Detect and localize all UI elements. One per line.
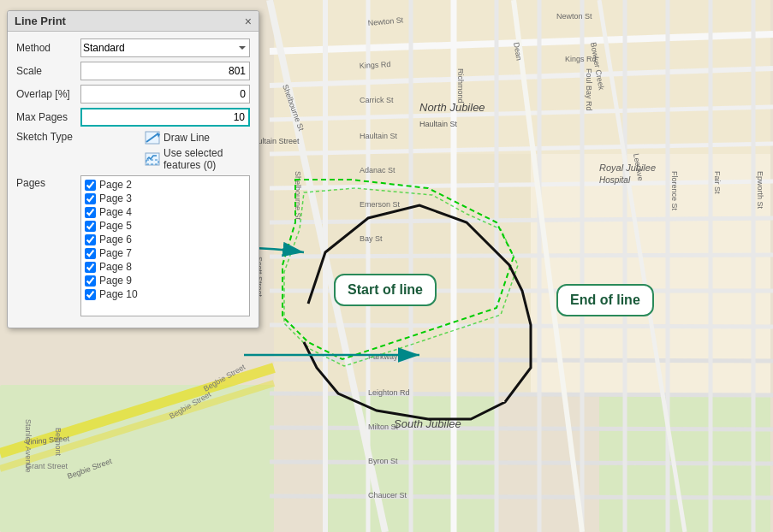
draw-line-label: Draw Line [164,132,210,144]
pages-list-wrapper: Page 2Page 3Page 4Page 5Page 6Page 7Page… [80,175,250,316]
page-label: Page 7 [99,247,132,259]
svg-line-23 [270,462,773,464]
pages-label: Pages [16,175,80,189]
svg-text:Byron St: Byron St [368,457,398,465]
panel-header: Line Print × [8,11,259,32]
page-label: Page 6 [99,233,132,245]
overlap-row: Overlap [%] [16,85,250,103]
sketchtype-row: Sketch Type Draw Line [16,131,250,171]
page-checkbox[interactable] [85,289,96,300]
page-label: Page 9 [99,275,132,287]
maxpages-label: Max Pages [16,111,80,123]
svg-text:Richmond: Richmond [456,68,465,103]
svg-text:Hospital: Hospital [599,175,631,185]
page-label: Page 3 [99,192,132,204]
callout-end-of-line: End of line [556,284,654,316]
sketch-options: Draw Line Use selected features (0) [145,131,250,171]
use-selected-icon [145,152,160,166]
svg-text:Newton St: Newton St [556,12,592,21]
method-select[interactable]: StandardCustom [80,38,250,57]
svg-line-19 [270,325,773,327]
list-item: Page 3 [83,192,247,205]
callout-start-of-line: Start of line [334,274,437,306]
svg-line-24 [270,496,773,498]
svg-rect-8 [531,154,770,393]
list-item: Page 2 [83,178,247,192]
maxpages-wrapper [80,108,250,127]
svg-text:Foul Bay Rd: Foul Bay Rd [585,68,593,111]
page-label: Page 2 [99,179,132,191]
use-selected-label: Use selected features (0) [164,147,250,171]
pages-list[interactable]: Page 2Page 3Page 4Page 5Page 6Page 7Page… [80,175,250,316]
page-label: Page 10 [99,288,138,300]
page-checkbox[interactable] [85,180,96,191]
page-label: Page 4 [99,206,132,218]
page-checkbox[interactable] [85,234,96,245]
svg-text:Florence St: Florence St [670,171,679,211]
page-checkbox[interactable] [85,275,96,287]
page-checkbox[interactable] [85,248,96,259]
sketch-use-selected-option[interactable]: Use selected features (0) [145,147,250,171]
svg-text:Emerson St: Emerson St [360,200,401,209]
scale-row: Scale [16,62,250,80]
svg-text:Leighton Rd: Leighton Rd [368,388,410,397]
svg-line-17 [270,255,773,257]
list-item: Page 5 [83,219,247,233]
maxpages-row: Max Pages [16,108,250,127]
scale-input[interactable] [80,62,250,80]
method-label: Method [16,42,80,54]
svg-text:Adanac St: Adanac St [360,166,395,174]
list-item: Page 10 [83,287,247,301]
page-checkbox[interactable] [85,221,96,232]
maxpages-input[interactable] [80,108,250,127]
page-checkbox[interactable] [85,193,96,204]
overlap-label: Overlap [%] [16,88,80,100]
line-print-panel: Line Print × Method StandardCustom Scale… [7,10,259,328]
list-item: Page 6 [83,233,247,246]
svg-text:Chaucer St: Chaucer St [368,491,407,499]
list-item: Page 4 [83,205,247,219]
svg-text:Kings Rd: Kings Rd [360,60,391,70]
svg-text:Royal Jubilee: Royal Jubilee [599,163,656,173]
svg-text:Epworth St: Epworth St [756,171,764,210]
overlap-input[interactable] [80,85,250,103]
svg-text:North Jubilee: North Jubilee [419,101,485,114]
svg-text:Carrick St: Carrick St [360,96,394,104]
svg-text:Haultain St: Haultain St [360,132,398,140]
draw-line-icon [145,131,160,145]
svg-text:Haultain St: Haultain St [419,120,458,128]
page-label: Page 5 [99,220,132,232]
method-row: Method StandardCustom [16,38,250,57]
panel-body: Method StandardCustom Scale Overlap [%] … [8,32,259,328]
svg-line-21 [270,393,773,395]
svg-line-22 [270,428,773,429]
sketchtype-label: Sketch Type [16,131,80,143]
callout-start-text: Start of line [348,282,423,297]
sketch-draw-line-option[interactable]: Draw Line [145,131,250,145]
callout-end-text: End of line [570,293,640,307]
list-item: Page 9 [83,274,247,287]
list-item: Page 7 [83,246,247,260]
svg-text:Stanley Avenue: Stanley Avenue [24,419,33,472]
panel-title: Line Print [15,15,66,27]
page-checkbox[interactable] [85,207,96,218]
svg-text:Belmont: Belmont [54,428,62,457]
sketchtype-label-row: Sketch Type Draw Line [16,131,250,171]
close-button[interactable]: × [245,15,252,27]
list-item: Page 8 [83,260,247,274]
svg-text:Bay St: Bay St [360,234,383,243]
pages-row: Pages Page 2Page 3Page 4Page 5Page 6Page… [16,175,250,316]
page-label: Page 8 [99,261,132,273]
svg-text:Fair St: Fair St [713,171,722,194]
page-checkbox[interactable] [85,262,96,273]
scale-label: Scale [16,65,80,77]
